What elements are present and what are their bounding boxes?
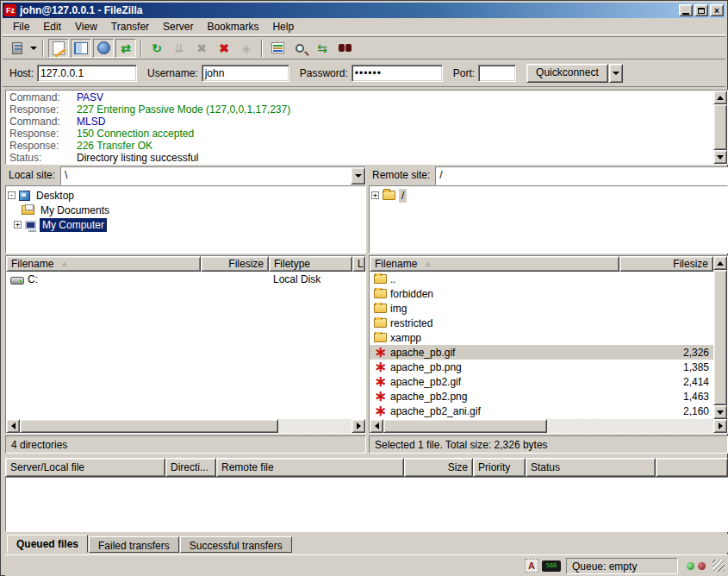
toggle-local-tree-button[interactable] <box>71 39 91 58</box>
tree-item-label[interactable]: My Documents <box>38 203 112 217</box>
disconnect-icon: ✖ <box>219 42 229 54</box>
directory-comparison-button[interactable] <box>289 39 310 58</box>
column-header-remote-file[interactable]: Remote file <box>216 458 404 477</box>
scroll-right-arrow[interactable] <box>713 419 727 433</box>
local-horizontal-scrollbar[interactable] <box>6 419 365 433</box>
remote-file-row[interactable]: ∗apache_pb2.gif 2,414 <box>370 374 713 389</box>
remote-file-row[interactable]: ∗apache_pb2.png 1,463 <box>370 389 713 404</box>
column-header-filetype[interactable]: Filetype <box>269 256 352 272</box>
column-header-lastmodified[interactable]: L <box>352 256 365 272</box>
remote-file-row[interactable]: xampp <box>370 330 713 345</box>
message-log-lines: Command:PASV Response:227 Entering Passi… <box>6 91 713 164</box>
expand-icon[interactable]: + <box>371 191 379 199</box>
scroll-thumb[interactable] <box>713 270 727 405</box>
tab-queued-files[interactable]: Queued files <box>7 535 88 553</box>
local-file-row[interactable]: C: Local Disk <box>6 272 365 286</box>
tab-failed-transfers[interactable]: Failed transfers <box>89 536 179 553</box>
window-title: john@127.0.0.1 - FileZilla <box>20 4 677 16</box>
refresh-button[interactable]: ↻ <box>146 39 167 58</box>
process-queue-button[interactable]: ⇊ <box>169 39 190 58</box>
column-header-server-local-file[interactable]: Server/Local file <box>5 458 165 477</box>
column-header-filesize[interactable]: Filesize <box>619 256 713 272</box>
toggle-remote-tree-button[interactable] <box>93 39 114 58</box>
remote-file-row[interactable]: .. <box>370 272 713 286</box>
local-site-bar: Local site: \ <box>5 166 366 185</box>
quickconnect-bar: Host: 127.0.0.1 Username: john Password:… <box>3 59 725 87</box>
scroll-down-arrow[interactable] <box>713 150 727 164</box>
remote-file-row[interactable]: ∗apache_pb2_ani.gif 2,160 <box>370 404 713 418</box>
log-vertical-scrollbar[interactable] <box>713 91 727 164</box>
remote-file-row[interactable]: restricted <box>370 316 713 330</box>
scroll-right-arrow[interactable] <box>352 419 365 433</box>
scroll-up-arrow[interactable] <box>713 91 727 104</box>
scroll-thumb[interactable] <box>20 419 278 433</box>
tab-successful-transfers[interactable]: Successful transfers <box>180 536 292 553</box>
tree-item-label[interactable]: / <box>399 189 407 203</box>
toggle-message-log-button[interactable] <box>48 39 69 58</box>
scroll-left-arrow[interactable] <box>370 419 383 433</box>
tree-item-my-documents[interactable]: My Documents <box>8 203 364 217</box>
column-header-status[interactable]: Status <box>526 458 656 477</box>
scroll-thumb[interactable] <box>383 419 547 433</box>
site-manager-button[interactable] <box>7 39 28 58</box>
remote-status-text: Selected 1 file. Total size: 2,326 bytes <box>369 435 728 454</box>
tree-item-my-computer[interactable]: + My Computer <box>8 217 364 232</box>
minimize-button[interactable] <box>679 4 693 16</box>
tree-item-label[interactable]: My Computer <box>40 218 107 232</box>
scroll-thumb[interactable] <box>713 104 727 150</box>
tree-item-label[interactable]: Desktop <box>34 189 77 203</box>
menu-transfer[interactable]: Transfer <box>104 19 156 34</box>
find-files-button[interactable] <box>334 39 355 58</box>
filezilla-window: Fz john@127.0.0.1 - FileZilla × File Edi… <box>0 0 728 576</box>
tree-item-desktop[interactable]: - Desktop <box>8 188 364 203</box>
disconnect-button[interactable]: ✖ <box>214 39 234 58</box>
scroll-up-arrow[interactable] <box>713 256 727 270</box>
synchronized-browsing-button[interactable]: ⇆ <box>312 39 333 58</box>
menu-help[interactable]: Help <box>265 19 301 34</box>
host-input[interactable]: 127.0.0.1 <box>37 65 137 82</box>
site-manager-dropdown[interactable] <box>28 39 39 58</box>
quickconnect-dropdown[interactable] <box>609 64 623 83</box>
remote-file-row[interactable]: img <box>370 301 713 316</box>
expand-icon[interactable]: + <box>14 221 22 229</box>
remote-vertical-scrollbar[interactable] <box>713 256 727 419</box>
scroll-left-arrow[interactable] <box>6 419 20 433</box>
tree-item-root[interactable]: + / <box>371 188 725 203</box>
maximize-button[interactable] <box>694 4 708 16</box>
local-site-value[interactable]: \ <box>61 167 351 185</box>
remote-site-value[interactable]: / <box>436 167 728 185</box>
menu-view[interactable]: View <box>68 19 104 34</box>
column-header-filename[interactable]: Filename ▲ <box>370 256 619 272</box>
collapse-icon[interactable]: - <box>8 191 16 199</box>
reconnect-button[interactable]: ◈ <box>236 39 257 58</box>
column-header-priority[interactable]: Priority <box>473 458 526 477</box>
column-header-direction[interactable]: Directi... <box>165 458 216 477</box>
remote-file-row-selected[interactable]: ∗apache_pb.gif 2,326 <box>370 345 713 360</box>
port-input[interactable] <box>478 65 516 82</box>
close-button[interactable]: × <box>710 4 724 16</box>
column-header-filename[interactable]: Filename ▲ <box>6 256 201 272</box>
menu-file[interactable]: File <box>6 19 36 34</box>
folder-icon <box>383 191 395 200</box>
cancel-button[interactable]: ✖ <box>191 39 212 58</box>
column-header-filesize[interactable]: Filesize <box>201 256 269 272</box>
toggle-queue-button[interactable]: ⇄ <box>115 39 136 58</box>
local-site-combo[interactable]: \ <box>60 166 366 185</box>
activity-led-green-icon <box>687 562 694 570</box>
filter-button[interactable] <box>267 39 288 58</box>
menu-bookmarks[interactable]: Bookmarks <box>200 19 265 34</box>
remote-site-combo[interactable]: / <box>435 166 728 185</box>
remote-file-row[interactable]: ∗apache_pb.png 1,385 <box>370 360 713 374</box>
column-header-size[interactable]: Size <box>404 458 473 477</box>
menu-server[interactable]: Server <box>156 19 200 34</box>
password-input[interactable]: •••••• <box>352 65 443 82</box>
folder-icon <box>374 274 387 284</box>
quickconnect-button[interactable]: Quickconnect <box>526 64 608 83</box>
remote-file-row[interactable]: forbidden <box>370 286 713 301</box>
menu-edit[interactable]: Edit <box>36 19 68 34</box>
username-input[interactable]: john <box>202 65 289 82</box>
remote-horizontal-scrollbar[interactable] <box>370 419 727 433</box>
scroll-down-arrow[interactable] <box>713 405 727 419</box>
resize-grip[interactable] <box>712 560 725 572</box>
local-site-dropdown[interactable] <box>351 167 365 185</box>
